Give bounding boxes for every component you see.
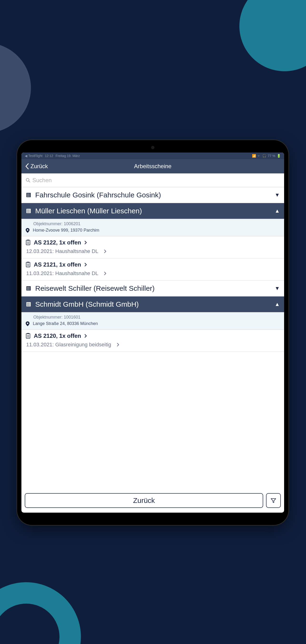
pin-icon (26, 322, 30, 326)
object-address-row: Lange Straße 24, 80336 München (26, 321, 280, 326)
svg-rect-38 (28, 288, 29, 289)
status-left: ◀ TestFlight 12:12 Freitag 19. März (25, 154, 80, 158)
status-date: Freitag 19. März (56, 154, 80, 158)
filter-button[interactable] (266, 493, 281, 508)
clipboard-icon (26, 262, 31, 268)
chevron-right-icon (104, 272, 106, 275)
collapse-up-icon: ▲ (275, 301, 280, 308)
group-header-reisewelt-schiller[interactable]: Reisewelt Schiller (Reisewelt Schiller) … (22, 280, 284, 296)
svg-rect-14 (28, 210, 29, 210)
chevron-right-icon (84, 263, 87, 266)
content-list[interactable]: Fahrschule Gosink (Fahrschule Gosink) ▼ … (22, 187, 284, 490)
building-icon (26, 302, 31, 307)
object-number: Objektnummer: 1001601 (33, 315, 280, 320)
object-address-text: Home-Zvoove 999, 19370 Parchim (33, 228, 99, 233)
svg-rect-41 (28, 289, 29, 290)
svg-rect-10 (28, 196, 29, 197)
nav-back-button[interactable]: Zurück (25, 163, 48, 170)
svg-rect-24 (27, 240, 29, 241)
work-order-header: AS 2120, 1x offen (26, 332, 280, 339)
svg-rect-6 (27, 195, 28, 196)
svg-rect-47 (27, 304, 28, 305)
svg-rect-37 (27, 288, 28, 289)
svg-rect-16 (27, 211, 28, 212)
object-details: Objektnummer: 1006201 Home-Zvoove 999, 1… (22, 219, 284, 236)
work-order-detail-row[interactable]: 11.03.2021: Glasreinigung beidseitig (26, 342, 280, 348)
svg-rect-21 (30, 212, 30, 212)
work-order-header: AS 2122, 1x offen (26, 239, 280, 246)
search-bar (22, 174, 284, 187)
object-number: Objektnummer: 1006201 (33, 222, 280, 226)
status-right: 📶 ᯤ 🎧 77 % 🔋 (252, 154, 281, 158)
group-title: Reisewelt Schiller (Reisewelt Schiller) (35, 284, 271, 292)
svg-rect-46 (30, 303, 30, 304)
chevron-right-icon (104, 250, 106, 253)
collapse-up-icon: ▲ (275, 208, 280, 214)
svg-rect-7 (28, 195, 29, 196)
clipboard-icon (26, 240, 31, 246)
svg-rect-9 (27, 196, 28, 197)
svg-rect-42 (30, 289, 30, 290)
svg-rect-45 (28, 303, 29, 304)
work-order-detail: 12.03.2021: Haushaltsnahe DL (26, 248, 98, 254)
work-order-title: AS 2122, 1x offen (34, 239, 81, 246)
svg-rect-18 (30, 211, 30, 212)
search-input[interactable] (32, 177, 280, 184)
svg-rect-20 (28, 212, 29, 212)
status-bar: ◀ TestFlight 12:12 Freitag 19. März 📶 ᯤ … (22, 152, 284, 159)
work-order-title: AS 2120, 1x offen (34, 332, 81, 339)
svg-rect-28 (26, 262, 30, 267)
svg-rect-51 (28, 305, 29, 306)
svg-rect-48 (28, 304, 29, 305)
work-order-item[interactable]: AS 2122, 1x offen 12.03.2021: Haushaltsn… (22, 236, 284, 258)
work-order-detail-row[interactable]: 11.03.2021: Haushaltsnahe DL (26, 270, 280, 276)
svg-rect-8 (30, 195, 30, 196)
back-app-indicator: ◀ TestFlight (25, 154, 43, 158)
svg-rect-49 (30, 304, 30, 305)
clipboard-icon (26, 333, 31, 339)
svg-rect-36 (30, 287, 30, 288)
svg-rect-50 (27, 305, 28, 306)
work-order-title: AS 2121, 1x offen (34, 261, 81, 268)
group-header-fahrschule-gosink[interactable]: Fahrschule Gosink (Fahrschule Gosink) ▼ (22, 187, 284, 203)
svg-rect-29 (27, 262, 29, 263)
svg-rect-44 (27, 303, 28, 304)
headphones-icon: 🎧 (262, 154, 266, 158)
decorative-circle (0, 582, 81, 644)
back-button-label: Zurück (133, 496, 155, 504)
back-app-name: TestFlight (28, 154, 43, 158)
svg-point-0 (26, 178, 29, 181)
svg-rect-39 (30, 288, 30, 289)
svg-rect-19 (27, 212, 28, 212)
group-header-mueller-lieschen[interactable]: Müller Lieschen (Müller Lieschen) ▲ (22, 203, 284, 219)
work-order-detail: 11.03.2021: Glasreinigung beidseitig (26, 342, 111, 348)
building-icon (26, 208, 31, 214)
building-icon (26, 286, 31, 291)
svg-rect-17 (28, 211, 29, 212)
battery-icon: 🔋 (277, 154, 281, 158)
chevron-right-icon (117, 343, 119, 346)
battery-text: 77 % (268, 154, 275, 158)
group-header-schmidt-gmbh[interactable]: Schmidt GmbH (Schmidt GmbH) ▲ (22, 296, 284, 312)
work-order-item[interactable]: AS 2120, 1x offen 11.03.2021: Glasreinig… (22, 330, 284, 352)
nav-bar: Zurück Arbeitsscheine (22, 159, 284, 174)
tablet-frame: ◀ TestFlight 12:12 Freitag 19. März 📶 ᯤ … (17, 140, 288, 525)
page-title: Arbeitsscheine (134, 163, 171, 170)
svg-rect-40 (27, 289, 28, 290)
chevron-right-icon (84, 334, 87, 338)
search-icon (26, 178, 31, 183)
decorative-circle (0, 43, 31, 133)
svg-rect-34 (27, 287, 28, 288)
signal-icon: 📶 (252, 154, 256, 158)
object-details: Objektnummer: 1001601 Lange Straße 24, 8… (22, 312, 284, 330)
svg-rect-3 (27, 194, 28, 194)
bottom-bar: Zurück (22, 490, 284, 513)
collapse-down-icon: ▼ (275, 192, 280, 198)
svg-rect-35 (28, 287, 29, 288)
work-order-item[interactable]: AS 2121, 1x offen 11.03.2021: Haushaltsn… (22, 258, 284, 280)
decorative-circle (239, 0, 306, 71)
pin-icon (26, 228, 30, 233)
back-button[interactable]: Zurück (25, 493, 263, 508)
work-order-detail-row[interactable]: 12.03.2021: Haushaltsnahe DL (26, 248, 280, 254)
svg-rect-54 (26, 334, 30, 338)
